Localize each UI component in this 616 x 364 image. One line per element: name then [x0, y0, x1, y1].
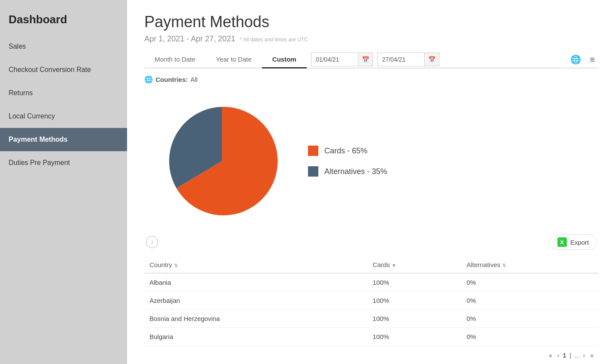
pagination-prev[interactable]: ‹ [556, 351, 561, 360]
info-icon[interactable]: i [146, 236, 158, 248]
legend-label-cards: Cards - 65% [324, 146, 367, 156]
pie-chart [162, 101, 282, 221]
legend-swatch-cards [308, 146, 318, 156]
pagination-dots: ... [575, 352, 580, 359]
countries-filter: 🌐 Countries: All [144, 75, 599, 84]
export-button[interactable]: X Export [549, 234, 597, 250]
start-date-calendar-button[interactable]: 📅 [358, 53, 373, 66]
chart-area: Cards - 65%Alternatives - 35% [144, 92, 599, 234]
table-cell-alternatives: 0% [461, 273, 599, 292]
countries-value: All [190, 76, 198, 83]
countries-globe-icon: 🌐 [144, 75, 153, 84]
end-date-calendar-button[interactable]: 📅 [425, 53, 439, 66]
legend-label-alternatives: Alternatives - 35% [324, 167, 387, 176]
legend-swatch-alternatives [308, 166, 318, 177]
pagination: « ‹ 1 | ... › » [547, 351, 595, 360]
sidebar-item-payment-methods[interactable]: Payment Methods [0, 128, 127, 151]
filter-bar: Month to DateYear to DateCustom 📅 📅 🌐 ≡ [144, 51, 599, 68]
main-content: Payment Methods Apr 1, 2021 - Apr 27, 20… [127, 0, 616, 364]
page-title: Payment Methods [144, 13, 599, 31]
table-cell-alternatives: 0% [461, 310, 599, 328]
table-row: Bosnia and Herzegovina100%0% [144, 310, 599, 328]
sort-icon-country: ⇅ [174, 263, 178, 268]
pagination-container: « ‹ 1 | ... › » [144, 346, 599, 364]
sidebar-item-checkout-conversion-rate[interactable]: Checkout Conversion Rate [0, 58, 127, 81]
data-table: Country⇅Cards▼Alternatives⇅ Albania100%0… [144, 257, 599, 346]
filter-right-icons: 🌐 ≡ [569, 53, 599, 66]
table-cell-country: Albania [144, 273, 367, 292]
date-range-value: Apr 1, 2021 - Apr 27, 2021 [144, 34, 235, 43]
table-row: Albania100%0% [144, 273, 599, 292]
table-cell-cards: 100% [367, 328, 461, 346]
sidebar-item-duties-pre-payment[interactable]: Duties Pre Payment [0, 151, 127, 174]
sidebar-item-returns[interactable]: Returns [0, 81, 127, 105]
legend-item-alternatives: Alternatives - 35% [308, 166, 387, 177]
countries-label: Countries: [156, 76, 188, 83]
sort-icon-alternatives: ⇅ [502, 263, 506, 268]
info-export-row: i X Export [144, 234, 599, 250]
table-cell-cards: 100% [367, 310, 461, 328]
legend-item-cards: Cards - 65% [308, 146, 387, 156]
chart-legend: Cards - 65%Alternatives - 35% [308, 146, 387, 177]
table-header-cards[interactable]: Cards▼ [367, 257, 461, 273]
table-header-row: Country⇅Cards▼Alternatives⇅ [144, 257, 599, 273]
pagination-current-page: 1 [563, 352, 566, 359]
pagination-separator: | [569, 352, 571, 359]
filter-tab-year-to-date[interactable]: Year to Date [205, 51, 262, 68]
globe-icon-button[interactable]: 🌐 [569, 53, 583, 66]
table-cell-country: Bosnia and Herzegovina [144, 310, 367, 328]
filter-tab-custom[interactable]: Custom [262, 51, 307, 68]
sidebar: Dashboard SalesCheckout Conversion RateR… [0, 0, 127, 364]
utc-note: * All dates and times are UTC [240, 37, 308, 43]
table-cell-country: Bulgaria [144, 328, 367, 346]
pagination-last[interactable]: » [588, 351, 595, 360]
filter-icon-button[interactable]: ≡ [588, 53, 597, 66]
end-date-input[interactable] [377, 53, 425, 66]
table-header-country[interactable]: Country⇅ [144, 257, 367, 273]
table-cell-country: Azerbaijan [144, 292, 367, 310]
sort-icon-cards: ▼ [392, 263, 396, 268]
table-cell-alternatives: 0% [461, 292, 599, 310]
export-label: Export [570, 239, 589, 246]
sidebar-title: Dashboard [0, 9, 127, 35]
table-row: Azerbaijan100%0% [144, 292, 599, 310]
pagination-next[interactable]: › [582, 351, 587, 360]
sidebar-item-sales[interactable]: Sales [0, 35, 127, 58]
export-x-icon: X [557, 237, 567, 247]
date-input-group: 📅 📅 [311, 53, 439, 66]
table-header-alternatives[interactable]: Alternatives⇅ [461, 257, 599, 273]
pagination-first[interactable]: « [547, 351, 554, 360]
table-cell-cards: 100% [367, 292, 461, 310]
sidebar-item-local-currency[interactable]: Local Currency [0, 105, 127, 128]
filter-tab-month-to-date[interactable]: Month to Date [144, 51, 205, 68]
start-date-input[interactable] [311, 53, 358, 66]
table-cell-cards: 100% [367, 273, 461, 292]
info-icon-label: i [151, 239, 152, 246]
date-range: Apr 1, 2021 - Apr 27, 2021 * All dates a… [144, 34, 599, 44]
table-cell-alternatives: 0% [461, 328, 599, 346]
table-row: Bulgaria100%0% [144, 328, 599, 346]
